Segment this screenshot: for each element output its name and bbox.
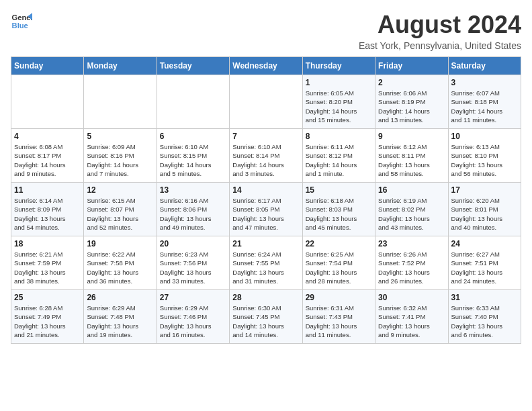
day-number: 30 [378, 293, 445, 302]
calendar-cell: 17Sunrise: 6:20 AMSunset: 8:01 PMDayligh… [448, 183, 521, 236]
day-number: 6 [160, 132, 226, 141]
day-info: Sunrise: 6:20 AMSunset: 8:01 PMDaylight:… [451, 196, 518, 232]
day-info: Sunrise: 6:12 AMSunset: 8:11 PMDaylight:… [378, 142, 445, 178]
day-number: 16 [378, 185, 445, 195]
calendar-cell: 15Sunrise: 6:18 AMSunset: 8:03 PMDayligh… [302, 183, 375, 236]
calendar-cell: 3Sunrise: 6:07 AMSunset: 8:18 PMDaylight… [448, 75, 521, 129]
day-number: 8 [306, 132, 372, 141]
day-info: Sunrise: 6:25 AMSunset: 7:54 PMDaylight:… [306, 250, 372, 285]
month-year: August 2024 [359, 11, 521, 39]
calendar-cell: 31Sunrise: 6:33 AMSunset: 7:40 PMDayligh… [448, 290, 521, 344]
calendar-cell: 14Sunrise: 6:17 AMSunset: 8:05 PMDayligh… [230, 183, 302, 236]
calendar-cell: 25Sunrise: 6:28 AMSunset: 7:49 PMDayligh… [11, 290, 84, 344]
calendar-cell: 7Sunrise: 6:10 AMSunset: 8:14 PMDaylight… [230, 129, 302, 183]
calendar-cell: 6Sunrise: 6:10 AMSunset: 8:15 PMDaylight… [157, 129, 229, 183]
day-number: 17 [451, 185, 518, 195]
calendar-cell: 22Sunrise: 6:25 AMSunset: 7:54 PMDayligh… [302, 236, 375, 290]
calendar-cell: 20Sunrise: 6:23 AMSunset: 7:56 PMDayligh… [157, 236, 229, 290]
day-info: Sunrise: 6:10 AMSunset: 8:15 PMDaylight:… [160, 142, 226, 178]
day-info: Sunrise: 6:33 AMSunset: 7:40 PMDaylight:… [451, 304, 518, 339]
day-number: 4 [14, 132, 81, 141]
calendar-cell: 21Sunrise: 6:24 AMSunset: 7:55 PMDayligh… [230, 236, 302, 290]
calendar-cell: 23Sunrise: 6:26 AMSunset: 7:52 PMDayligh… [375, 236, 448, 290]
page-header: General Blue August 2024 East York, Penn… [11, 11, 521, 51]
day-info: Sunrise: 6:22 AMSunset: 7:58 PMDaylight:… [87, 250, 153, 285]
day-info: Sunrise: 6:29 AMSunset: 7:46 PMDaylight:… [160, 304, 226, 339]
calendar-cell: 5Sunrise: 6:09 AMSunset: 8:16 PMDaylight… [84, 129, 157, 183]
day-info: Sunrise: 6:29 AMSunset: 7:48 PMDaylight:… [87, 304, 153, 339]
header-day: Thursday [302, 57, 375, 75]
svg-text:Blue: Blue [12, 21, 28, 30]
day-number: 3 [451, 78, 518, 87]
day-info: Sunrise: 6:11 AMSunset: 8:12 PMDaylight:… [306, 142, 372, 178]
day-number: 9 [378, 132, 445, 141]
day-number: 11 [14, 185, 81, 195]
location: East York, Pennsylvania, United States [359, 40, 521, 51]
day-info: Sunrise: 6:19 AMSunset: 8:02 PMDaylight:… [378, 196, 445, 232]
day-number: 13 [160, 185, 226, 195]
calendar-week-row: 1Sunrise: 6:05 AMSunset: 8:20 PMDaylight… [11, 75, 521, 129]
day-number: 5 [87, 132, 153, 141]
header-row: SundayMondayTuesdayWednesdayThursdayFrid… [11, 57, 521, 75]
day-number: 29 [306, 293, 372, 302]
day-info: Sunrise: 6:21 AMSunset: 7:59 PMDaylight:… [14, 250, 81, 285]
day-number: 20 [160, 239, 226, 248]
day-info: Sunrise: 6:14 AMSunset: 8:09 PMDaylight:… [14, 196, 81, 232]
day-info: Sunrise: 6:16 AMSunset: 8:06 PMDaylight:… [160, 196, 226, 232]
calendar-week-row: 4Sunrise: 6:08 AMSunset: 8:17 PMDaylight… [11, 129, 521, 183]
day-info: Sunrise: 6:24 AMSunset: 7:55 PMDaylight:… [232, 250, 299, 285]
header-day: Saturday [448, 57, 521, 75]
day-info: Sunrise: 6:26 AMSunset: 7:52 PMDaylight:… [378, 250, 445, 285]
day-number: 15 [306, 185, 372, 195]
day-number: 23 [378, 239, 445, 248]
day-number: 12 [87, 185, 153, 195]
day-number: 22 [306, 239, 372, 248]
day-number: 31 [451, 293, 518, 302]
logo: General Blue [11, 11, 32, 32]
calendar-cell: 8Sunrise: 6:11 AMSunset: 8:12 PMDaylight… [302, 129, 375, 183]
day-number: 27 [160, 293, 226, 302]
calendar-week-row: 11Sunrise: 6:14 AMSunset: 8:09 PMDayligh… [11, 183, 521, 236]
calendar-cell: 18Sunrise: 6:21 AMSunset: 7:59 PMDayligh… [11, 236, 84, 290]
calendar-cell: 30Sunrise: 6:32 AMSunset: 7:41 PMDayligh… [375, 290, 448, 344]
calendar-cell [157, 75, 229, 129]
day-number: 25 [14, 293, 81, 302]
header-day: Sunday [11, 57, 84, 75]
calendar-cell: 4Sunrise: 6:08 AMSunset: 8:17 PMDaylight… [11, 129, 84, 183]
day-number: 28 [232, 293, 299, 302]
day-number: 2 [378, 78, 445, 87]
header-day: Tuesday [157, 57, 229, 75]
day-info: Sunrise: 6:32 AMSunset: 7:41 PMDaylight:… [378, 304, 445, 339]
day-number: 19 [87, 239, 153, 248]
day-info: Sunrise: 6:08 AMSunset: 8:17 PMDaylight:… [14, 142, 81, 178]
calendar-cell: 29Sunrise: 6:31 AMSunset: 7:43 PMDayligh… [302, 290, 375, 344]
calendar-cell: 24Sunrise: 6:27 AMSunset: 7:51 PMDayligh… [448, 236, 521, 290]
header-day: Monday [84, 57, 157, 75]
day-info: Sunrise: 6:31 AMSunset: 7:43 PMDaylight:… [306, 304, 372, 339]
day-number: 14 [232, 185, 299, 195]
day-number: 18 [14, 239, 81, 248]
day-info: Sunrise: 6:23 AMSunset: 7:56 PMDaylight:… [160, 250, 226, 285]
calendar-cell: 16Sunrise: 6:19 AMSunset: 8:02 PMDayligh… [375, 183, 448, 236]
day-number: 24 [451, 239, 518, 248]
day-info: Sunrise: 6:28 AMSunset: 7:49 PMDaylight:… [14, 304, 81, 339]
day-info: Sunrise: 6:17 AMSunset: 8:05 PMDaylight:… [232, 196, 299, 232]
day-number: 26 [87, 293, 153, 302]
calendar-cell: 10Sunrise: 6:13 AMSunset: 8:10 PMDayligh… [448, 129, 521, 183]
calendar-cell [11, 75, 84, 129]
calendar-cell [230, 75, 302, 129]
day-info: Sunrise: 6:06 AMSunset: 8:19 PMDaylight:… [378, 89, 445, 124]
calendar-cell: 1Sunrise: 6:05 AMSunset: 8:20 PMDaylight… [302, 75, 375, 129]
day-info: Sunrise: 6:30 AMSunset: 7:45 PMDaylight:… [232, 304, 299, 339]
day-info: Sunrise: 6:18 AMSunset: 8:03 PMDaylight:… [306, 196, 372, 232]
day-number: 7 [232, 132, 299, 141]
day-info: Sunrise: 6:09 AMSunset: 8:16 PMDaylight:… [87, 142, 153, 178]
calendar-cell: 26Sunrise: 6:29 AMSunset: 7:48 PMDayligh… [84, 290, 157, 344]
calendar-week-row: 18Sunrise: 6:21 AMSunset: 7:59 PMDayligh… [11, 236, 521, 290]
calendar-cell: 27Sunrise: 6:29 AMSunset: 7:46 PMDayligh… [157, 290, 229, 344]
day-number: 10 [451, 132, 518, 141]
calendar-cell: 13Sunrise: 6:16 AMSunset: 8:06 PMDayligh… [157, 183, 229, 236]
calendar-table: SundayMondayTuesdayWednesdayThursdayFrid… [11, 56, 521, 344]
calendar-week-row: 25Sunrise: 6:28 AMSunset: 7:49 PMDayligh… [11, 290, 521, 344]
day-info: Sunrise: 6:10 AMSunset: 8:14 PMDaylight:… [232, 142, 299, 178]
